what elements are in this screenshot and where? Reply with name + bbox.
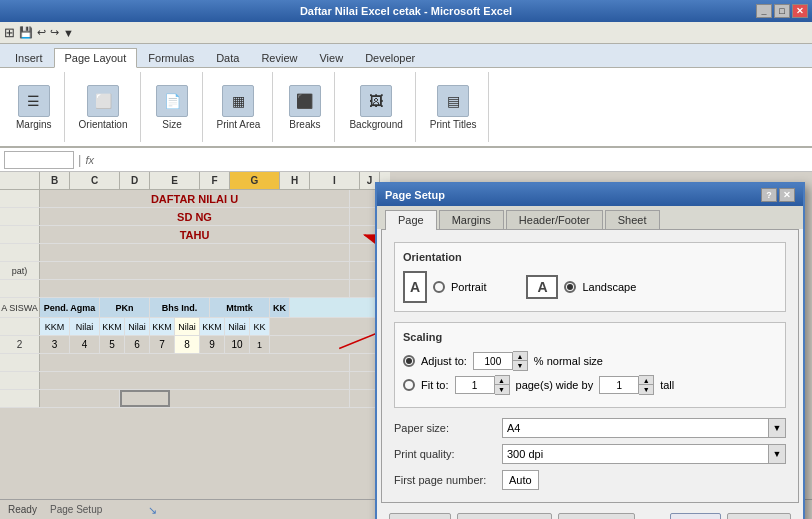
first-page-value[interactable]: Auto xyxy=(502,470,539,490)
print-quality-select-wrapper: 300 dpi ▼ xyxy=(502,444,786,464)
print-button[interactable]: Print... xyxy=(389,513,451,519)
print-quality-dropdown[interactable]: ▼ xyxy=(768,444,786,464)
col-header-b[interactable]: B xyxy=(40,172,70,189)
print-titles-button[interactable]: ▤ Print Titles xyxy=(426,83,481,132)
page-setup-dialog: Page Setup ? ✕ Page Margins Header/Foote… xyxy=(375,182,805,519)
paper-size-value[interactable]: A4 xyxy=(502,418,768,438)
cell-7: 7 xyxy=(150,336,175,353)
selected-cell-box[interactable] xyxy=(120,390,170,407)
landscape-radio[interactable] xyxy=(564,281,576,293)
background-button[interactable]: 🖼 Background xyxy=(345,83,406,132)
dialog-title-bar: Page Setup ? ✕ xyxy=(377,184,803,206)
landscape-icon: A xyxy=(526,275,558,299)
paper-size-dropdown[interactable]: ▼ xyxy=(768,418,786,438)
formula-input[interactable] xyxy=(98,154,808,166)
redo-button[interactable]: ↪ xyxy=(50,26,59,39)
row-num xyxy=(0,244,40,261)
row-num xyxy=(0,190,40,207)
header-row-1: DAFTAR NILAI U xyxy=(40,190,350,207)
adjust-up[interactable]: ▲ xyxy=(513,352,527,361)
fit-up[interactable]: ▲ xyxy=(495,376,509,385)
formula-divider: | xyxy=(78,152,81,167)
page-setup-expand[interactable]: ↘ xyxy=(148,504,157,517)
maximize-button[interactable]: □ xyxy=(774,4,790,18)
col-header-g[interactable]: G xyxy=(230,172,280,189)
print-area-button[interactable]: ▦ Print Area xyxy=(213,83,265,132)
status-text: Ready xyxy=(8,504,37,515)
breaks-button[interactable]: ⬛ Breaks xyxy=(285,83,325,132)
print-quality-value[interactable]: 300 dpi xyxy=(502,444,768,464)
tab-developer[interactable]: Developer xyxy=(354,48,426,67)
save-button[interactable]: 💾 xyxy=(19,26,33,39)
close-button[interactable]: ✕ xyxy=(792,4,808,18)
dialog-close-button[interactable]: ✕ xyxy=(779,188,795,202)
dropdown-button[interactable]: ▼ xyxy=(63,27,74,39)
ribbon-group-margins: ☰ Margins xyxy=(4,72,65,142)
office-button[interactable]: ⊞ xyxy=(4,25,15,40)
portrait-option[interactable]: A Portrait xyxy=(403,271,486,303)
ribbon-group-size: 📄 Size xyxy=(143,72,203,142)
page-setup-group-label: Page Setup xyxy=(50,504,102,515)
col-header-c[interactable]: C xyxy=(70,172,120,189)
tab-data[interactable]: Data xyxy=(205,48,250,67)
adjust-input[interactable] xyxy=(473,352,513,370)
fit-tall-input[interactable] xyxy=(599,376,639,394)
ribbon-group-orientation: ⬜ Orientation xyxy=(67,72,141,142)
fit-radio[interactable] xyxy=(403,379,415,391)
dialog-tab-page[interactable]: Page xyxy=(385,210,437,230)
minimize-button[interactable]: _ xyxy=(756,4,772,18)
sub-kkm-3: KKM xyxy=(150,318,175,335)
margins-buttons: ☰ Margins xyxy=(12,72,56,142)
orientation-button[interactable]: ⬜ Orientation xyxy=(75,83,132,132)
cancel-button[interactable]: Cancel xyxy=(727,513,791,519)
fit-down[interactable]: ▼ xyxy=(495,385,509,394)
fit-input[interactable] xyxy=(455,376,495,394)
ribbon-content: ☰ Margins ⬜ Orientation 📄 Size ▦ Print A… xyxy=(0,68,812,148)
dialog-help-button[interactable]: ? xyxy=(761,188,777,202)
col-header-f[interactable]: F xyxy=(200,172,230,189)
dialog-main-content: Orientation A Portrait A Landscape xyxy=(381,229,799,503)
cell-3: 3 xyxy=(40,336,70,353)
header-row-3: TAHU xyxy=(40,226,350,243)
landscape-option[interactable]: A Landscape xyxy=(526,275,636,299)
adjust-down[interactable]: ▼ xyxy=(513,361,527,370)
adjust-label: Adjust to: xyxy=(421,355,467,367)
col-header-h[interactable]: H xyxy=(280,172,310,189)
tab-insert[interactable]: Insert xyxy=(4,48,54,67)
dialog-tab-margins[interactable]: Margins xyxy=(439,210,504,229)
name-box[interactable] xyxy=(4,151,74,169)
tab-page-layout[interactable]: Page Layout xyxy=(54,48,138,68)
table-row xyxy=(0,372,390,390)
dialog-tab-header-footer[interactable]: Header/Footer xyxy=(506,210,603,229)
col-header-d[interactable]: D xyxy=(120,172,150,189)
print-preview-button[interactable]: Print Preview xyxy=(457,513,552,519)
adjust-radio[interactable] xyxy=(403,355,415,367)
row-num xyxy=(0,318,40,335)
ok-button[interactable]: OK xyxy=(670,513,721,519)
dialog-title: Page Setup xyxy=(385,189,445,201)
footer-left-buttons: Print... Print Preview Options... xyxy=(389,513,635,519)
print-titles-icon: ▤ xyxy=(437,85,469,117)
portrait-radio[interactable] xyxy=(433,281,445,293)
tab-formulas[interactable]: Formulas xyxy=(137,48,205,67)
window-controls: _ □ ✕ xyxy=(756,4,808,18)
dialog-tab-sheet[interactable]: Sheet xyxy=(605,210,660,229)
fit-tall-up[interactable]: ▲ xyxy=(639,376,653,385)
row-num-siswa: A SISWA xyxy=(0,298,40,317)
cell-1: 1 xyxy=(250,336,270,353)
tab-view[interactable]: View xyxy=(308,48,354,67)
options-button[interactable]: Options... xyxy=(558,513,635,519)
margins-button[interactable]: ☰ Margins xyxy=(12,83,56,132)
adjust-spinner: ▲ ▼ xyxy=(473,351,528,371)
col-header-e[interactable]: E xyxy=(150,172,200,189)
fit-tall-down[interactable]: ▼ xyxy=(639,385,653,394)
col-header-i[interactable]: I xyxy=(310,172,360,189)
table-row: pat) xyxy=(0,262,390,280)
table-row: TAHU xyxy=(0,226,390,244)
ribbon-group-background: 🖼 Background xyxy=(337,72,415,142)
size-button[interactable]: 📄 Size xyxy=(152,83,192,132)
undo-button[interactable]: ↩ xyxy=(37,26,46,39)
tab-review[interactable]: Review xyxy=(250,48,308,67)
sub-nilai-4: Nilai xyxy=(225,318,250,335)
cell-6: 6 xyxy=(125,336,150,353)
